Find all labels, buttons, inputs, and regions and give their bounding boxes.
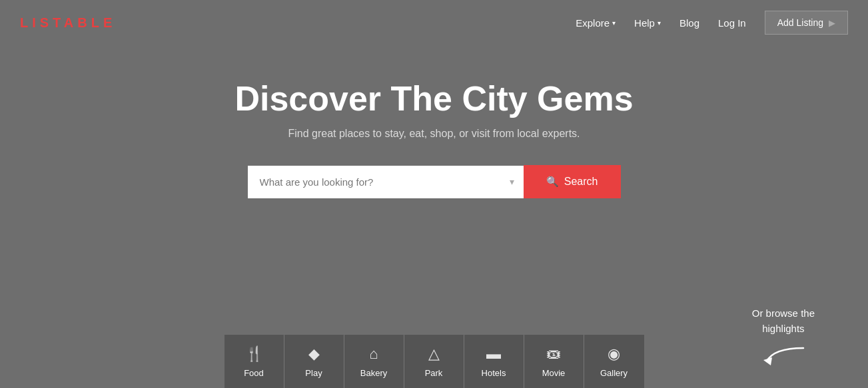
hero-title: Discover The City Gems	[234, 79, 633, 118]
category-bakery-label: Bakery	[360, 368, 387, 378]
arrow-right-icon: ▶	[829, 18, 835, 28]
add-listing-button[interactable]: Add Listing ▶	[765, 11, 848, 35]
nav-blog-label: Blog	[679, 17, 699, 29]
category-hotels-label: Hotels	[482, 368, 506, 378]
search-input-wrapper: ▾	[248, 166, 524, 198]
category-play[interactable]: ◆ Play	[284, 335, 344, 388]
header: LISTABLE Explore ▾ Help ▾ Blog Log In Ad…	[0, 0, 868, 45]
hero-section: Discover The City Gems Find great places…	[0, 45, 868, 198]
category-gallery[interactable]: ◉ Gallery	[584, 335, 644, 388]
bakery-icon: ⌂	[369, 345, 378, 363]
category-food[interactable]: 🍴 Food	[224, 335, 284, 388]
chevron-down-icon: ▾	[657, 19, 661, 27]
search-button-label: Search	[564, 176, 598, 188]
search-input[interactable]	[248, 166, 524, 198]
category-movie-label: Movie	[542, 368, 566, 378]
nav-help[interactable]: Help ▾	[634, 17, 661, 29]
search-button[interactable]: 🔍 Search	[524, 165, 621, 198]
category-park[interactable]: △ Park	[404, 335, 464, 388]
search-icon: 🔍	[546, 176, 559, 188]
search-bar: ▾ 🔍 Search	[248, 165, 621, 198]
gallery-icon: ◉	[608, 345, 620, 363]
nav-login[interactable]: Log In	[718, 17, 746, 29]
logo-suffix: BLE	[77, 15, 116, 30]
browse-hint-text: Or browse thehighlights	[752, 306, 815, 336]
browse-hint: Or browse thehighlights	[752, 306, 815, 368]
category-tiles: 🍴 Food ◆ Play ⌂ Bakery △ Park ▬ Hotels 🎟…	[224, 335, 644, 388]
category-park-label: Park	[425, 368, 443, 378]
category-bakery[interactable]: ⌂ Bakery	[344, 335, 404, 388]
hero-subtitle: Find great places to stay, eat, shop, or…	[288, 128, 580, 140]
hotels-icon: ▬	[486, 345, 501, 363]
park-icon: △	[428, 345, 440, 363]
browse-arrow-icon	[760, 341, 807, 368]
category-play-label: Play	[305, 368, 322, 378]
add-listing-label: Add Listing	[777, 17, 823, 28]
food-icon: 🍴	[245, 345, 263, 363]
nav-explore-label: Explore	[576, 17, 610, 29]
category-food-label: Food	[244, 368, 264, 378]
logo-prefix: LIST	[20, 15, 64, 30]
logo-accent: A	[64, 15, 77, 30]
play-icon: ◆	[308, 345, 320, 363]
nav-explore[interactable]: Explore ▾	[576, 17, 616, 29]
main-nav: Explore ▾ Help ▾ Blog Log In Add Listing…	[576, 11, 848, 35]
logo: LISTABLE	[20, 15, 116, 31]
categories-wrapper: 🍴 Food ◆ Play ⌂ Bakery △ Park ▬ Hotels 🎟…	[224, 335, 644, 388]
category-hotels[interactable]: ▬ Hotels	[464, 335, 524, 388]
nav-login-label: Log In	[718, 17, 746, 29]
nav-help-label: Help	[634, 17, 655, 29]
movie-icon: 🎟	[546, 345, 561, 363]
category-gallery-label: Gallery	[600, 368, 628, 378]
category-movie[interactable]: 🎟 Movie	[524, 335, 584, 388]
nav-blog[interactable]: Blog	[679, 17, 699, 29]
chevron-down-icon: ▾	[612, 19, 616, 27]
